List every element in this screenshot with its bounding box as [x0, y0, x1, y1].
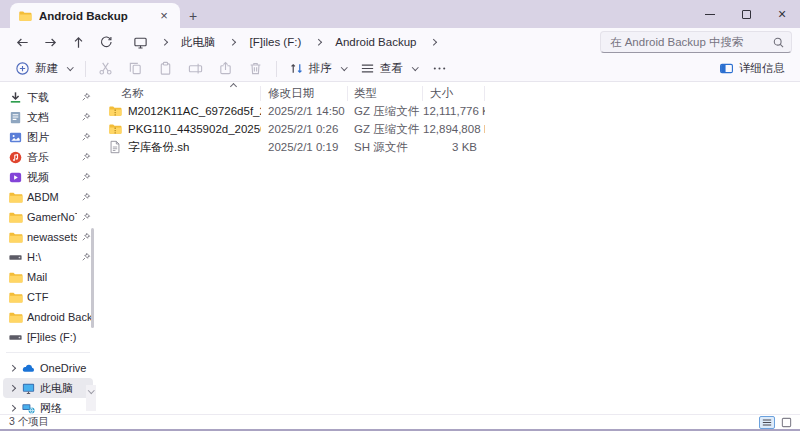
- sidebar-item-downloads[interactable]: 下载: [3, 87, 93, 107]
- chevron-right-icon[interactable]: [422, 40, 444, 45]
- column-header-type[interactable]: 类型: [348, 86, 423, 101]
- toolbar-separator: [85, 61, 86, 77]
- pin-icon: [81, 152, 91, 162]
- rename-button[interactable]: [181, 58, 211, 80]
- sort-icon: [289, 61, 304, 76]
- details-view-icon: [762, 418, 772, 427]
- more-icon: [432, 61, 447, 76]
- pin-icon: [81, 112, 91, 122]
- sidebar-scrollbar-button[interactable]: [86, 385, 96, 411]
- onedrive-icon: [21, 361, 36, 376]
- sidebar-item-videos[interactable]: 视频: [3, 167, 93, 187]
- file-date: 2025/2/1 0:26: [261, 123, 348, 135]
- sidebar-item-music[interactable]: 音乐: [3, 147, 93, 167]
- chevron-right-icon[interactable]: [8, 386, 17, 391]
- file-row[interactable]: 字库备份.sh 2025/2/1 0:19 SH 源文件 3 KB: [101, 138, 800, 156]
- sidebar-item-documents[interactable]: 文档: [3, 107, 93, 127]
- tab-close-icon[interactable]: ×: [156, 8, 172, 24]
- chevron-right-icon[interactable]: [222, 40, 244, 45]
- pin-icon: [81, 212, 91, 222]
- breadcrumb: 此电脑 [F]iles (F:) Android Backup: [128, 30, 590, 54]
- copy-icon: [128, 61, 143, 76]
- sidebar-item-network[interactable]: 网络: [3, 398, 93, 418]
- chevron-down-icon: [341, 64, 347, 70]
- sidebar-item-this-pc[interactable]: 此电脑: [3, 378, 93, 398]
- breadcrumb-drive-f[interactable]: [F]iles (F:): [245, 33, 307, 51]
- more-button[interactable]: [425, 58, 455, 80]
- sidebar-item-android-backup[interactable]: Android Back: [3, 307, 93, 327]
- window-controls: ×: [692, 0, 800, 28]
- new-tab-button[interactable]: +: [180, 3, 206, 28]
- file-size: 12,111,776 KB: [423, 105, 485, 117]
- explorer-window: Android Backup × + × 此电脑: [0, 0, 800, 431]
- back-button[interactable]: [8, 30, 36, 54]
- search-input[interactable]: [610, 36, 772, 48]
- column-header-date-modified[interactable]: 修改日期: [261, 86, 348, 101]
- breadcrumb-this-pc[interactable]: 此电脑: [176, 32, 221, 53]
- chevron-right-icon[interactable]: [8, 366, 17, 371]
- column-header-name[interactable]: 名称: [101, 86, 261, 101]
- tab-android-backup[interactable]: Android Backup ×: [10, 3, 180, 28]
- sidebar-item-drive-h[interactable]: H:\: [3, 247, 93, 267]
- chevron-right-icon[interactable]: [8, 406, 17, 411]
- sidebar-item-onedrive[interactable]: OneDrive: [3, 358, 93, 378]
- copy-button[interactable]: [121, 58, 151, 80]
- cut-button[interactable]: [91, 58, 121, 80]
- pictures-icon: [8, 130, 23, 145]
- new-button[interactable]: 新建: [8, 58, 80, 79]
- sidebar-item-pictures[interactable]: 图片: [3, 127, 93, 147]
- paste-button[interactable]: [151, 58, 181, 80]
- rename-icon: [188, 61, 203, 76]
- sort-button[interactable]: 排序: [282, 58, 354, 79]
- sidebar-item-abdm[interactable]: ABDM: [3, 187, 93, 207]
- location-button[interactable]: [128, 30, 152, 54]
- chevron-right-icon[interactable]: [153, 40, 175, 45]
- sidebar-item-newassets[interactable]: newassets: [3, 227, 93, 247]
- navigation-pane: 下载 文档 图片 音乐 视频: [0, 82, 96, 414]
- details-pane-icon: [719, 61, 734, 76]
- plus-circle-icon: [15, 61, 30, 76]
- pin-icon: [81, 252, 91, 262]
- breadcrumb-android-backup[interactable]: Android Backup: [330, 33, 421, 51]
- column-header-size[interactable]: 大小: [423, 86, 485, 101]
- file-row[interactable]: PKG110_4435902d_20250131.tar.gz 2025/2/1…: [101, 120, 800, 138]
- thumbnails-view-toggle[interactable]: [778, 416, 794, 429]
- tab-title: Android Backup: [39, 10, 149, 22]
- chevron-down-icon: [412, 64, 418, 70]
- sidebar-item-mail[interactable]: Mail: [3, 267, 93, 287]
- maximize-button[interactable]: [728, 0, 764, 28]
- file-row[interactable]: M2012K11AC_69726d5f_20241113.tar.gz 2025…: [101, 102, 800, 120]
- sidebar-item-ctf[interactable]: CTF: [3, 287, 93, 307]
- view-button[interactable]: 查看: [353, 58, 425, 79]
- pin-icon: [81, 172, 91, 182]
- sidebar-item-gamernoti[interactable]: GamerNoTi: [3, 207, 93, 227]
- chevron-right-icon[interactable]: [307, 40, 329, 45]
- sidebar-item-drive-f[interactable]: [F]iles (F:): [3, 327, 93, 347]
- view-icon: [360, 61, 375, 76]
- close-button[interactable]: ×: [764, 0, 800, 28]
- close-icon: ×: [778, 7, 786, 21]
- arrow-up-icon: [71, 35, 86, 50]
- sidebar-scrollbar[interactable]: [91, 228, 95, 328]
- delete-button[interactable]: [241, 58, 271, 80]
- view-toggles: [759, 416, 794, 429]
- details-pane-button[interactable]: 详细信息: [712, 58, 792, 79]
- search-box[interactable]: [600, 31, 792, 53]
- up-button[interactable]: [64, 30, 92, 54]
- arrow-right-icon: [43, 35, 58, 50]
- script-file-icon: [108, 140, 122, 154]
- minimize-button[interactable]: [692, 0, 728, 28]
- forward-button[interactable]: [36, 30, 64, 54]
- status-bar: 3 个项目: [0, 414, 800, 429]
- file-list: 名称 修改日期 类型 大小 M2012K11AC_69726d5f_202411…: [96, 82, 800, 414]
- maximize-icon: [742, 10, 751, 19]
- details-view-toggle[interactable]: [759, 416, 775, 429]
- cut-icon: [98, 61, 113, 76]
- folder-icon: [8, 310, 23, 325]
- downloads-icon: [8, 90, 23, 105]
- share-icon: [218, 61, 233, 76]
- refresh-button[interactable]: [92, 30, 120, 54]
- share-button[interactable]: [211, 58, 241, 80]
- file-size: 12,894,808 KB: [423, 123, 485, 135]
- this-pc-icon: [133, 35, 148, 50]
